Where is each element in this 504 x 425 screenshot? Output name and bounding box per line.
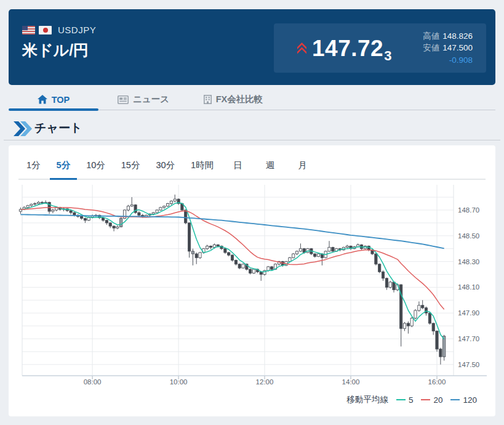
svg-text:148.10: 148.10 [458,283,479,291]
svg-text:148.50: 148.50 [458,232,479,240]
main-tab-bar: TOP ニュース FX会社比較 [0,89,504,112]
home-icon [38,95,47,104]
tab-top-label: TOP [52,95,70,105]
japan-flag-icon [39,26,52,34]
svg-text:147.90: 147.90 [458,309,479,317]
section-title: チャート [34,120,82,136]
high-row: 高値148.826 [423,30,473,42]
period-day[interactable]: 日 [222,154,254,179]
section-divider [4,140,500,140]
svg-text:10:00: 10:00 [170,378,188,386]
period-15min[interactable]: 15分 [113,154,148,179]
period-month[interactable]: 月 [286,154,319,179]
period-10min[interactable]: 10分 [78,154,113,179]
period-30min[interactable]: 30分 [148,154,183,179]
period-5min[interactable]: 5分 [49,154,79,179]
us-flag-icon [22,26,35,34]
low-row: 安値147.500 [423,42,473,54]
svg-text:12:00: 12:00 [256,378,274,386]
svg-text:147.50: 147.50 [458,361,479,368]
svg-text:148.70: 148.70 [458,206,479,214]
tab-top[interactable]: TOP [9,89,98,110]
tab-fx-compare[interactable]: FX会社比較 [188,89,278,110]
price-box: 147.723 高値148.826 安値147.500 -0.908 [274,23,486,73]
symbol-code: USDJPY [58,25,96,35]
quote-header: USDJPY 米ドル/円 147.723 高値148.826 安値147.500… [9,9,495,85]
candlestick-chart[interactable]: 148.70148.50148.30148.10147.90147.70147.… [0,179,504,413]
x-axis-labels: 08:0010:0012:0014:0016:00 [84,378,446,386]
period-1min[interactable]: 1分 [18,154,49,179]
news-icon [118,95,129,104]
y-axis-labels: 148.70148.50148.30148.10147.90147.70147.… [458,206,479,368]
pair-name: 米ドル/円 [22,40,89,60]
svg-text:14:00: 14:00 [342,378,360,386]
current-price: 147.723 [297,37,392,60]
chart-section-header: チャート [0,119,504,140]
tab-news-label: ニュース [133,94,169,105]
building-icon [204,95,212,104]
tab-fx-compare-label: FX会社比較 [216,94,263,105]
period-1hour[interactable]: 1時間 [183,154,222,179]
plot-borders [22,185,487,376]
section-chevrons-icon [14,121,32,136]
price-pip-digit: 3 [384,48,392,63]
change-value: -0.908 [423,54,473,67]
tab-news[interactable]: ニュース [98,89,188,110]
svg-text:16:00: 16:00 [428,378,446,386]
svg-text:08:00: 08:00 [84,378,102,386]
high-low-block: 高値148.826 安値147.500 -0.908 [423,30,486,67]
up-double-chevron-icon [297,42,306,54]
period-tab-bar: 1分 5分 10分 15分 30分 1時間 日 週 月 [18,154,486,180]
svg-text:147.70: 147.70 [458,335,479,342]
active-tab-underline [9,108,98,111]
symbol-row: USDJPY [22,25,96,35]
svg-text:148.30: 148.30 [458,258,479,265]
price-value: 147.723 [312,37,392,60]
period-week[interactable]: 週 [254,154,287,179]
